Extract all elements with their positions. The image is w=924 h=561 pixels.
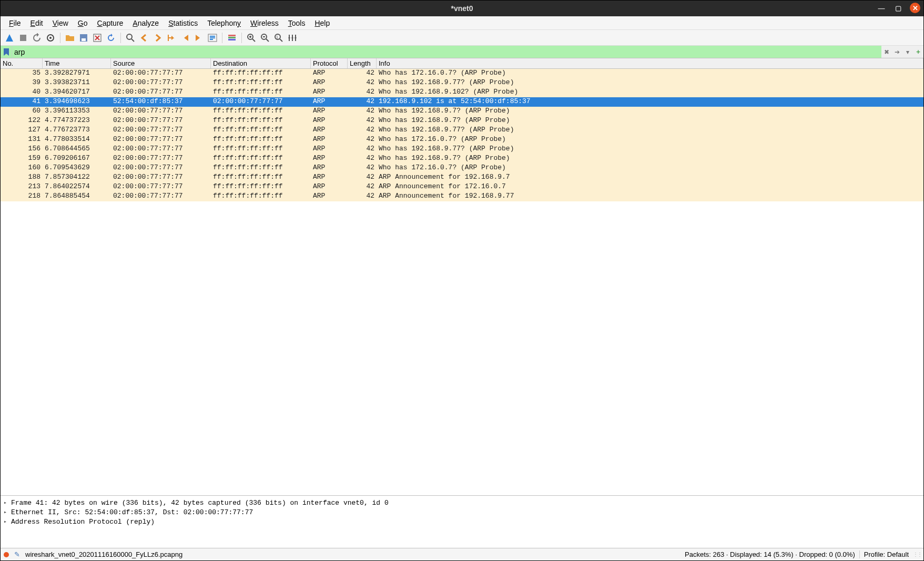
cell-src: 02:00:00:77:77:77 <box>111 164 211 173</box>
header-length[interactable]: Length <box>348 58 377 68</box>
main-toolbar: 1 <box>1 30 923 46</box>
capture-file-properties-icon[interactable]: ✎ <box>14 550 20 558</box>
packet-row[interactable]: 1274.77672377302:00:00:77:77:77ff:ff:ff:… <box>1 126 923 135</box>
packet-row[interactable]: 1314.77803351402:00:00:77:77:77ff:ff:ff:… <box>1 135 923 145</box>
display-filter-input[interactable] <box>12 46 881 58</box>
detail-text: Address Resolution Protocol (reply) <box>11 518 155 526</box>
cell-dst: 02:00:00:77:77:77 <box>211 97 311 107</box>
cell-proto: ARP <box>311 107 348 116</box>
header-no[interactable]: No. <box>1 58 43 68</box>
cell-len: 42 <box>348 97 377 107</box>
capture-options-icon[interactable] <box>45 32 56 44</box>
filter-bookmark-icon[interactable] <box>1 46 12 58</box>
expert-info-icon[interactable] <box>4 552 9 557</box>
cell-time: 6.709206167 <box>43 154 111 164</box>
filter-clear-icon[interactable]: ✖ <box>881 47 892 57</box>
cell-time: 7.864022574 <box>43 182 111 192</box>
status-packet-counts: Packets: 263 · Displayed: 14 (5.3%) · Dr… <box>681 550 859 558</box>
menu-view[interactable]: View <box>48 18 73 28</box>
menu-telephony[interactable]: Telephony <box>203 18 245 28</box>
menu-wireless[interactable]: Wireless <box>246 18 283 28</box>
save-file-icon[interactable] <box>78 32 89 44</box>
cell-len: 42 <box>348 192 377 201</box>
cell-info: Who has 192.168.9.7? (ARP Probe) <box>377 107 923 116</box>
packet-row[interactable]: 1596.70920616702:00:00:77:77:77ff:ff:ff:… <box>1 154 923 164</box>
cell-no: 35 <box>1 69 43 78</box>
menu-capture[interactable]: Capture <box>93 18 128 28</box>
menu-analyze[interactable]: Analyze <box>128 18 163 28</box>
cell-dst: ff:ff:ff:ff:ff:ff <box>211 116 311 126</box>
zoom-reset-icon[interactable]: 1 <box>273 32 285 44</box>
zoom-in-icon[interactable] <box>246 32 257 44</box>
start-capture-icon[interactable] <box>4 32 15 44</box>
svg-point-6 <box>127 34 132 39</box>
menu-help[interactable]: Help <box>310 18 334 28</box>
menu-tools[interactable]: Tools <box>284 18 310 28</box>
stop-capture-icon[interactable] <box>17 32 29 44</box>
colorize-icon[interactable] <box>226 32 238 44</box>
resize-grip-icon[interactable]: ⋮⋮ <box>913 552 920 557</box>
packet-row[interactable]: 1887.85730412202:00:00:77:77:77ff:ff:ff:… <box>1 173 923 182</box>
packet-row[interactable]: 1224.77473722302:00:00:77:77:77ff:ff:ff:… <box>1 116 923 126</box>
cell-info: Who has 192.168.9.77? (ARP Probe) <box>377 145 923 154</box>
go-first-icon[interactable] <box>179 32 191 44</box>
packet-row[interactable]: 1606.70954362902:00:00:77:77:77ff:ff:ff:… <box>1 164 923 173</box>
header-destination[interactable]: Destination <box>211 58 311 68</box>
cell-dst: ff:ff:ff:ff:ff:ff <box>211 192 311 201</box>
cell-len: 42 <box>348 88 377 97</box>
cell-no: 40 <box>1 88 43 97</box>
cell-info: ARP Announcement for 172.16.0.7 <box>377 182 923 192</box>
expand-icon[interactable]: ▸ <box>4 499 11 506</box>
minimize-button[interactable]: — <box>876 3 887 13</box>
header-info[interactable]: Info <box>377 58 923 68</box>
packet-list-body[interactable]: 353.39282797102:00:00:77:77:77ff:ff:ff:f… <box>1 69 923 495</box>
packet-row[interactable]: 2137.86402257402:00:00:77:77:77ff:ff:ff:… <box>1 182 923 192</box>
detail-tree-item[interactable]: ▸Address Resolution Protocol (reply) <box>4 517 920 526</box>
packet-list-header[interactable]: No. Time Source Destination Protocol Len… <box>1 58 923 69</box>
expand-icon[interactable]: ▸ <box>4 509 11 515</box>
zoom-out-icon[interactable] <box>259 32 271 44</box>
reload-icon[interactable] <box>105 32 117 44</box>
expand-icon[interactable]: ▸ <box>4 518 11 525</box>
close-file-icon[interactable] <box>92 32 103 44</box>
detail-tree-item[interactable]: ▸Frame 41: 42 bytes on wire (336 bits), … <box>4 498 920 507</box>
filter-apply-icon[interactable]: ➔ <box>892 47 902 57</box>
filter-recent-icon[interactable]: ▾ <box>902 47 913 57</box>
status-profile[interactable]: Profile: Default <box>859 550 913 558</box>
cell-len: 42 <box>348 69 377 78</box>
cell-no: 122 <box>1 116 43 126</box>
header-time[interactable]: Time <box>43 58 111 68</box>
detail-tree-item[interactable]: ▸Ethernet II, Src: 52:54:00:df:85:37, Ds… <box>4 507 920 517</box>
cell-src: 02:00:00:77:77:77 <box>111 154 211 164</box>
header-protocol[interactable]: Protocol <box>311 58 348 68</box>
menu-edit[interactable]: Edit <box>26 18 47 28</box>
maximize-button[interactable]: ▢ <box>893 3 903 13</box>
packet-row[interactable]: 353.39282797102:00:00:77:77:77ff:ff:ff:f… <box>1 69 923 78</box>
find-packet-icon[interactable] <box>125 32 136 44</box>
open-file-icon[interactable] <box>64 32 76 44</box>
cell-proto: ARP <box>311 192 348 201</box>
packet-row[interactable]: 603.39611335302:00:00:77:77:77ff:ff:ff:f… <box>1 107 923 116</box>
go-to-packet-icon[interactable] <box>166 32 177 44</box>
resize-columns-icon[interactable] <box>287 32 298 44</box>
menu-statistics[interactable]: Statistics <box>164 18 202 28</box>
go-previous-icon[interactable] <box>138 32 150 44</box>
go-last-icon[interactable] <box>193 32 205 44</box>
packet-row[interactable]: 393.39382371102:00:00:77:77:77ff:ff:ff:f… <box>1 78 923 88</box>
cell-src: 02:00:00:77:77:77 <box>111 126 211 135</box>
auto-scroll-icon[interactable] <box>207 32 218 44</box>
menu-go[interactable]: Go <box>74 18 92 28</box>
packet-details-pane[interactable]: ▸Frame 41: 42 bytes on wire (336 bits), … <box>1 495 923 548</box>
header-source[interactable]: Source <box>111 58 211 68</box>
window-controls: — ▢ ✕ <box>876 3 920 13</box>
go-next-icon[interactable] <box>152 32 164 44</box>
cell-len: 42 <box>348 164 377 173</box>
packet-row[interactable]: 413.39469862352:54:00:df:85:3702:00:00:7… <box>1 97 923 107</box>
restart-capture-icon[interactable] <box>31 32 43 44</box>
close-button[interactable]: ✕ <box>910 3 920 13</box>
filter-add-icon[interactable]: ＋ <box>913 47 923 57</box>
menu-file[interactable]: File <box>5 18 25 28</box>
packet-row[interactable]: 403.39462071702:00:00:77:77:77ff:ff:ff:f… <box>1 88 923 97</box>
packet-row[interactable]: 1566.70864456502:00:00:77:77:77ff:ff:ff:… <box>1 145 923 154</box>
packet-row[interactable]: 2187.86488545402:00:00:77:77:77ff:ff:ff:… <box>1 192 923 201</box>
